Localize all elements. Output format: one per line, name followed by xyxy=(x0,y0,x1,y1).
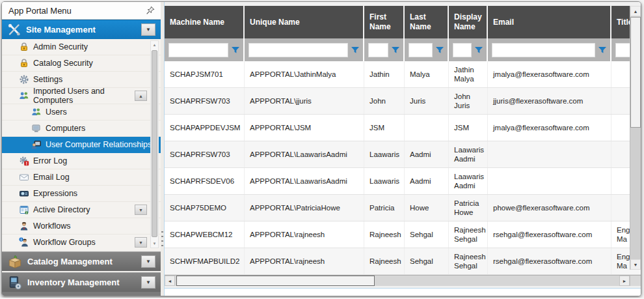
section-catalog-management[interactable]: Catalog Management ▼ xyxy=(2,251,161,271)
column-header-unique-name[interactable]: Unique Name xyxy=(245,6,364,38)
cell-last-name: Malya xyxy=(405,61,449,87)
cell-display-name: JSM xyxy=(449,115,488,141)
email-filter-input[interactable] xyxy=(492,43,595,57)
column-header-display-name[interactable]: Display Name xyxy=(449,6,488,38)
sidebar-item-expressions[interactable]: Expressions xyxy=(2,186,161,202)
scroll-up-icon[interactable]: ▲ xyxy=(151,43,158,47)
section-inventory-management[interactable]: Inventory Management ▼ xyxy=(2,272,161,292)
table-row[interactable]: SCHAP75DEMO APPPORTAL\PatriciaHowe Patri… xyxy=(165,195,641,221)
cell-first-name: JSM xyxy=(364,115,405,141)
horizontal-scrollbar-thumb[interactable] xyxy=(176,276,375,286)
section-site-management[interactable]: Site Management ▼ xyxy=(2,20,161,39)
table-row[interactable]: SCHWFMAPBUILD2 APPPORTAL\rajneesh Rajnee… xyxy=(165,248,641,275)
table-row[interactable]: SCHAPWEBCM12 APPPORTAL\rajneesh Rajneesh… xyxy=(165,221,641,248)
active-directory-expand-button[interactable]: ▼ xyxy=(135,205,147,215)
filter-icon[interactable] xyxy=(230,45,241,55)
sidebar-scrollbar[interactable]: ▲ ▼ xyxy=(150,40,159,248)
cell-email: rsehgal@flexerasoftware.com xyxy=(488,221,611,248)
column-header-machine-name[interactable]: Machine Name xyxy=(165,6,245,38)
filter-icon[interactable] xyxy=(350,45,360,55)
cell-display-name: John Juris xyxy=(449,88,488,114)
menu-title: App Portal Menu xyxy=(8,6,72,16)
vertical-scrollbar[interactable]: ▲ ▼ xyxy=(630,6,641,270)
workflow-groups-expand-button[interactable]: ▼ xyxy=(135,237,147,248)
item-label: Imported Users and Computers xyxy=(33,87,131,105)
cell-machine-name: SCHAPJSM701 xyxy=(165,61,245,87)
catalog-box-icon xyxy=(7,254,23,270)
sidebar-item-error-log[interactable]: Error Log xyxy=(2,153,161,169)
horizontal-scrollbar[interactable]: ◄ ► xyxy=(165,275,641,286)
filter-icon[interactable] xyxy=(435,45,445,55)
pin-icon[interactable] xyxy=(145,5,155,16)
cell-unique-name: APPPORTAL\JathinMalya xyxy=(245,61,364,87)
users-icon xyxy=(31,107,42,117)
catalog-management-expand-button[interactable]: ▼ xyxy=(141,255,155,268)
filter-icon[interactable] xyxy=(597,45,608,55)
chevron-down-icon: ▼ xyxy=(139,208,143,212)
sidebar-scrollbar-thumb[interactable] xyxy=(152,50,157,237)
item-label: User Computer Relationships xyxy=(46,140,152,149)
chevron-up-icon: ▲ xyxy=(139,94,143,98)
status-strip xyxy=(165,288,641,296)
cell-first-name: Rajneesh xyxy=(364,221,405,248)
table-row[interactable]: SCHAPAPPDEVJSM APPPORTAL\JSM JSM JSM jma… xyxy=(165,115,641,141)
sidebar-item-users[interactable]: Users xyxy=(2,104,161,121)
sidebar-item-computers[interactable]: Computers xyxy=(2,121,161,137)
filter-icon[interactable] xyxy=(474,45,484,55)
app-portal-menu-panel: App Portal Menu Site Management ▼ Admin … xyxy=(2,2,161,296)
menu-items: Admin Security Catalog Security Settings… xyxy=(2,39,161,250)
sidebar-item-workflows[interactable]: Workflows xyxy=(2,218,161,235)
item-label: Settings xyxy=(33,75,62,84)
first-name-filter-input[interactable] xyxy=(368,43,388,57)
column-header-last-name[interactable]: Last Name xyxy=(405,6,449,38)
app-window: App Portal Menu Site Management ▼ Admin … xyxy=(1,1,641,296)
imported-users-collapse-button[interactable]: ▲ xyxy=(135,91,147,101)
filter-icon[interactable] xyxy=(390,45,401,55)
table-row[interactable]: SCHAPRFSW703 APPPORTAL\jjuris John Juris… xyxy=(165,88,641,115)
sidebar-item-imported-users-and-computers[interactable]: Imported Users and Computers ▲ xyxy=(2,88,161,104)
section-label: Catalog Management xyxy=(27,257,113,266)
horizontal-scrollbar-track[interactable] xyxy=(175,276,619,286)
scroll-down-icon[interactable]: ▼ xyxy=(151,242,158,246)
scroll-left-icon[interactable]: ◄ xyxy=(165,276,175,286)
sidebar-item-settings[interactable]: Settings xyxy=(2,72,161,88)
table-row[interactable]: SCHAPRFSW703 APPPORTAL\LaawarisAadmi Laa… xyxy=(165,141,641,168)
scroll-right-icon[interactable]: ► xyxy=(619,276,630,286)
cell-email: jjuris@flexerasoftware.com xyxy=(488,88,611,114)
grid-filter-row xyxy=(165,38,641,61)
cell-last-name: Sehgal xyxy=(405,221,449,248)
sidebar-item-catalog-security[interactable]: Catalog Security xyxy=(2,55,161,72)
column-header-email[interactable]: Email xyxy=(488,6,611,38)
last-name-filter-input[interactable] xyxy=(409,43,433,57)
grid-body: SCHAPJSM701 APPPORTAL\JathinMalya Jathin… xyxy=(165,61,641,275)
scroll-down-icon[interactable]: ▼ xyxy=(630,259,641,270)
inventory-management-expand-button[interactable]: ▼ xyxy=(141,276,155,289)
item-label: Catalog Security xyxy=(33,59,93,68)
cell-email: jmalya@flexerasoftware.com xyxy=(488,115,611,141)
item-label: Workflow Groups xyxy=(33,238,96,247)
column-header-first-name[interactable]: First Name xyxy=(364,6,405,38)
sidebar-item-admin-security[interactable]: Admin Security xyxy=(2,39,161,55)
scroll-up-icon[interactable]: ▲ xyxy=(630,6,641,16)
site-management-icon xyxy=(7,23,21,37)
section-label: Inventory Management xyxy=(27,278,120,287)
cell-email xyxy=(488,141,611,167)
site-management-collapse-button[interactable]: ▼ xyxy=(141,23,155,36)
machine-name-filter-input[interactable] xyxy=(168,43,228,57)
sidebar-item-active-directory[interactable]: Active Directory ▼ xyxy=(2,202,161,218)
pane-splitter[interactable] xyxy=(161,2,164,296)
cell-machine-name: SCHAPRFSW703 xyxy=(165,141,245,167)
cell-display-name: Patricia Howe xyxy=(449,195,488,221)
table-row[interactable]: SCHAPRFSDEV06 APPPORTAL\LaawarisAadmi La… xyxy=(165,168,641,195)
cell-email: phowe@flexerasoftware.com xyxy=(488,195,611,221)
table-row[interactable]: SCHAPJSM701 APPPORTAL\JathinMalya Jathin… xyxy=(165,61,641,88)
lock-icon xyxy=(19,42,29,52)
item-label: Email Log xyxy=(33,173,70,182)
sidebar-item-email-log[interactable]: Email Log xyxy=(2,169,161,186)
vertical-scrollbar-thumb[interactable] xyxy=(630,17,641,128)
sidebar-item-user-computer-relationships[interactable]: User Computer Relationships xyxy=(2,137,161,153)
sidebar-item-workflow-groups[interactable]: Workflow Groups ▼ xyxy=(2,235,161,250)
item-label: Workflows xyxy=(33,221,70,231)
unique-name-filter-input[interactable] xyxy=(248,43,348,57)
display-name-filter-input[interactable] xyxy=(453,43,472,57)
